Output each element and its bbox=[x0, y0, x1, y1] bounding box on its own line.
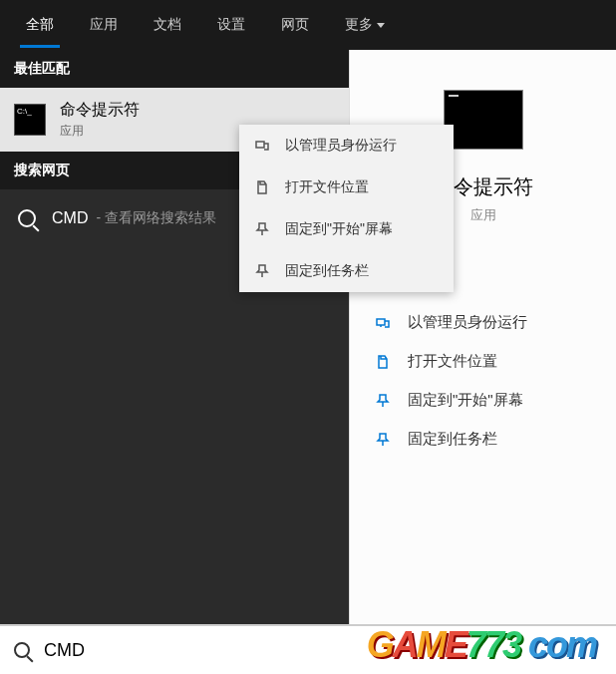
tab-more[interactable]: 更多 bbox=[327, 2, 403, 48]
tab-more-label: 更多 bbox=[345, 16, 373, 34]
cmd-icon: C:\_ bbox=[14, 104, 46, 136]
search-input[interactable] bbox=[44, 640, 602, 661]
ctx-pin-taskbar-label: 固定到任务栏 bbox=[285, 262, 369, 280]
result-text: 命令提示符 应用 bbox=[60, 100, 140, 140]
ctx-open-location[interactable]: 打开文件位置 bbox=[239, 167, 454, 208]
pin-start-icon bbox=[253, 220, 271, 238]
action-pin-taskbar[interactable]: 固定到任务栏 bbox=[370, 420, 596, 459]
search-icon bbox=[18, 209, 36, 227]
pin-taskbar-icon bbox=[374, 431, 392, 449]
ctx-pin-taskbar[interactable]: 固定到任务栏 bbox=[239, 250, 454, 292]
context-menu: 以管理员身份运行 打开文件位置 固定到"开始"屏幕 固定到任务栏 bbox=[239, 125, 454, 292]
chevron-down-icon bbox=[377, 23, 385, 28]
pin-taskbar-icon bbox=[253, 262, 271, 280]
result-subtitle: 应用 bbox=[60, 123, 140, 140]
action-pin-start-label: 固定到"开始"屏幕 bbox=[408, 391, 523, 410]
action-pin-taskbar-label: 固定到任务栏 bbox=[408, 430, 497, 449]
folder-icon bbox=[253, 178, 271, 196]
action-pin-start[interactable]: 固定到"开始"屏幕 bbox=[370, 381, 596, 420]
ctx-run-admin[interactable]: 以管理员身份运行 bbox=[239, 125, 454, 167]
tab-apps[interactable]: 应用 bbox=[72, 2, 136, 48]
ctx-pin-start-label: 固定到"开始"屏幕 bbox=[285, 220, 393, 238]
tab-all[interactable]: 全部 bbox=[8, 2, 72, 48]
pin-start-icon bbox=[374, 392, 392, 410]
search-bar bbox=[0, 624, 616, 674]
folder-icon bbox=[374, 353, 392, 371]
tab-web[interactable]: 网页 bbox=[263, 2, 327, 48]
ctx-admin-label: 以管理员身份运行 bbox=[285, 137, 397, 155]
action-location-label: 打开文件位置 bbox=[408, 352, 497, 371]
web-hint: - 查看网络搜索结果 bbox=[96, 209, 216, 227]
ctx-pin-start[interactable]: 固定到"开始"屏幕 bbox=[239, 208, 454, 250]
ctx-location-label: 打开文件位置 bbox=[285, 178, 369, 196]
best-match-header: 最佳匹配 bbox=[0, 50, 349, 88]
tab-docs[interactable]: 文档 bbox=[136, 2, 199, 48]
search-tabs: 全部 应用 文档 设置 网页 更多 bbox=[0, 0, 616, 50]
action-admin-label: 以管理员身份运行 bbox=[408, 313, 527, 332]
web-query: CMD bbox=[52, 209, 88, 227]
preview-subtitle: 应用 bbox=[470, 206, 496, 224]
result-title: 命令提示符 bbox=[60, 100, 140, 121]
admin-icon bbox=[253, 137, 271, 155]
action-list: 打开 以管理员身份运行 打开文件位置 固定到"开始"屏幕 bbox=[350, 264, 616, 459]
search-icon bbox=[14, 642, 30, 658]
tab-settings[interactable]: 设置 bbox=[199, 2, 263, 48]
admin-icon bbox=[374, 314, 392, 332]
action-open-location[interactable]: 打开文件位置 bbox=[370, 342, 596, 381]
preview-cmd-icon bbox=[444, 90, 523, 150]
action-run-admin[interactable]: 以管理员身份运行 bbox=[370, 303, 596, 342]
